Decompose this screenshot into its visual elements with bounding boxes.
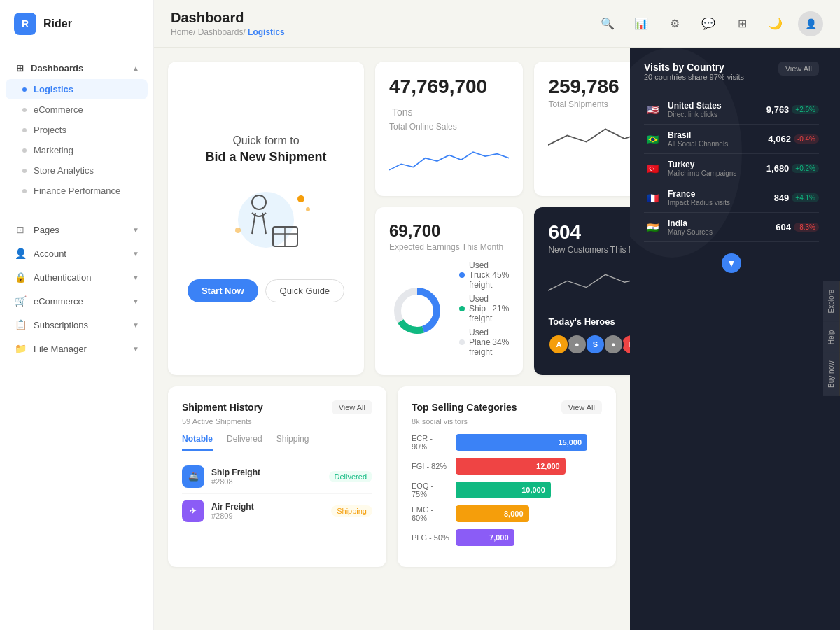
help-tab[interactable]: Help xyxy=(823,321,840,353)
ship-status-2: Shipping xyxy=(331,505,372,517)
breadcrumb: Home/ Dashboards/ Logistics xyxy=(171,27,285,37)
buy-now-tab[interactable]: Buy now xyxy=(823,353,840,396)
explore-tab[interactable]: Explore xyxy=(823,281,840,322)
country-br-change: -0.4% xyxy=(794,134,819,144)
chat-icon[interactable]: 💬 xyxy=(697,13,720,35)
hero-title: Bid a New Shipment xyxy=(205,150,326,164)
sidebar-item-ecommerce-top[interactable]: 🛒 eCommerce ▼ xyxy=(0,289,153,313)
country-in-change: -8.3% xyxy=(794,223,819,232)
bar-fill-ecr: 15,000 xyxy=(456,434,587,451)
ship-id: #2808 xyxy=(211,477,322,486)
shipments-mini-chart xyxy=(548,118,630,160)
total-shipments-card: 259,786 Total Shipments xyxy=(534,62,630,196)
pages-icon: ⊡ xyxy=(14,223,27,236)
shipment-tabs: Notable Delivered Shipping xyxy=(182,434,372,451)
flag-br: 🇧🇷 xyxy=(644,133,661,146)
avatar-photo-2: ● xyxy=(603,334,624,355)
bars-container: ECR - 90% 15,000 FGI - 82% 1 xyxy=(412,434,602,546)
shipment-history-card: Shipment History View All 59 Active Ship… xyxy=(168,386,386,567)
sales-chart-svg xyxy=(389,140,509,182)
search-icon[interactable]: 🔍 xyxy=(596,13,619,35)
country-tr-value: 1,680 xyxy=(766,163,790,174)
country-br: 🇧🇷 Brasil All Social Channels 4,062 -0.4… xyxy=(644,125,819,154)
pages-section: ⊡ Pages ▼ 👤 Account ▼ 🔒 Authentication ▼… xyxy=(0,209,153,369)
visits-view-all-button[interactable]: View All xyxy=(778,62,819,76)
chevron-down-icon: ▼ xyxy=(132,345,139,353)
bar-eoq: EOQ - 75% 10,000 xyxy=(412,482,602,498)
start-now-button[interactable]: Start Now xyxy=(188,279,258,302)
dashboards-group[interactable]: ⊞ Dashboards ▲ xyxy=(0,57,153,79)
dashboards-section: ⊞ Dashboards ▲ Logistics eCommerce Proje… xyxy=(0,48,153,209)
ship-name: Ship Freight xyxy=(211,468,322,477)
tab-shipping[interactable]: Shipping xyxy=(276,434,309,451)
country-tr-source: Mailchimp Campaigns xyxy=(668,169,760,177)
user-avatar[interactable]: 👤 xyxy=(798,11,823,36)
chevron-down-icon: ▼ xyxy=(132,298,139,305)
earnings-value: 69,700 xyxy=(389,221,509,241)
shipments-label: Total Shipments xyxy=(548,99,630,109)
bar-fill-plg: 7,000 xyxy=(456,529,514,546)
visits-subtitle: 20 countries share 97% visits xyxy=(644,73,744,81)
top-selling-card: Top Selling Categories View All 8k socia… xyxy=(398,386,616,567)
flag-fr: 🇫🇷 xyxy=(644,192,661,204)
dot-ship xyxy=(459,306,465,312)
dot-truck xyxy=(459,272,465,278)
flag-in: 🇮🇳 xyxy=(644,221,661,234)
bar-fgi: FGI - 82% 12,000 xyxy=(412,458,602,475)
settings-icon[interactable]: ⚙ xyxy=(664,13,686,35)
sidebar-item-authentication[interactable]: 🔒 Authentication ▼ xyxy=(0,265,153,289)
chart-icon[interactable]: 📊 xyxy=(630,13,652,35)
country-us-name: United States xyxy=(668,101,760,111)
sidebar-item-projects[interactable]: Projects xyxy=(0,120,153,140)
scroll-down-button[interactable]: ▼ xyxy=(722,253,741,273)
theme-toggle[interactable]: 🌙 xyxy=(764,13,787,35)
sidebar-item-filemanager[interactable]: 📁 File Manager ▼ xyxy=(0,337,153,360)
sidebar-item-subscriptions[interactable]: 📋 Subscriptions ▼ xyxy=(0,313,153,337)
side-tabs: Explore Help Buy now xyxy=(823,281,840,397)
logo[interactable]: R Rider xyxy=(0,0,153,48)
shipment-subtitle: 59 Active Shipments xyxy=(182,417,372,426)
legend-plane: Used Plane freight 34% xyxy=(459,328,509,357)
ship-status: Delivered xyxy=(329,471,372,482)
ship-freight-icon: 🚢 xyxy=(182,465,204,488)
dot-icon xyxy=(22,169,27,173)
customers-chart-svg xyxy=(548,263,630,305)
grid-view-icon[interactable]: ⊞ xyxy=(731,13,753,35)
sidebar-item-ecommerce[interactable]: eCommerce xyxy=(0,99,153,120)
country-us-source: Direct link clicks xyxy=(668,111,760,118)
sidebar-item-account[interactable]: 👤 Account ▼ xyxy=(0,241,153,265)
quick-guide-button[interactable]: Quick Guide xyxy=(265,279,345,302)
selling-title: Top Selling Categories xyxy=(412,402,517,413)
new-customers-card: 604 New Customers This Month Today's Her… xyxy=(534,207,630,375)
hero-illustration xyxy=(210,181,322,265)
shipment-title: Shipment History xyxy=(182,402,263,413)
country-fr-name: France xyxy=(668,189,767,199)
sidebar-item-finance-performance[interactable]: Finance Performance xyxy=(0,181,153,201)
sidebar-item-marketing[interactable]: Marketing xyxy=(0,140,153,160)
auth-icon: 🔒 xyxy=(14,271,27,284)
logo-icon: R xyxy=(14,13,36,35)
earnings-label: Expected Earnings This Month xyxy=(389,242,509,252)
chevron-down-icon: ▼ xyxy=(132,321,139,329)
header-actions: 🔍 📊 ⚙ 💬 ⊞ 🌙 👤 xyxy=(596,11,823,36)
country-tr-name: Turkey xyxy=(668,160,760,169)
chevron-down-icon: ▼ xyxy=(132,274,139,281)
sidebar-item-store-analytics[interactable]: Store Analytics xyxy=(0,160,153,181)
dot-icon xyxy=(22,128,27,132)
sidebar-item-logistics[interactable]: Logistics xyxy=(6,79,148,99)
sidebar: R Rider ⊞ Dashboards ▲ Logistics eCommer… xyxy=(0,0,154,630)
selling-view-all-button[interactable]: View All xyxy=(561,400,602,414)
sidebar-item-pages[interactable]: ⊡ Pages ▼ xyxy=(0,218,153,241)
country-br-source: All Social Channels xyxy=(668,140,761,148)
country-in-source: Many Sources xyxy=(668,228,769,236)
tab-notable[interactable]: Notable xyxy=(182,434,213,451)
bar-fill-fgi: 12,000 xyxy=(456,458,566,475)
tab-delivered[interactable]: Delivered xyxy=(227,434,262,451)
dot-icon xyxy=(22,148,27,153)
illustration-svg xyxy=(210,181,322,265)
country-in-name: India xyxy=(668,218,769,228)
shipment-view-all-button[interactable]: View All xyxy=(332,400,372,414)
country-us: 🇺🇸 United States Direct link clicks 9,76… xyxy=(644,95,819,125)
visits-title: Visits by Country xyxy=(644,62,744,73)
bar-fill-fmg: 8,000 xyxy=(456,505,529,522)
